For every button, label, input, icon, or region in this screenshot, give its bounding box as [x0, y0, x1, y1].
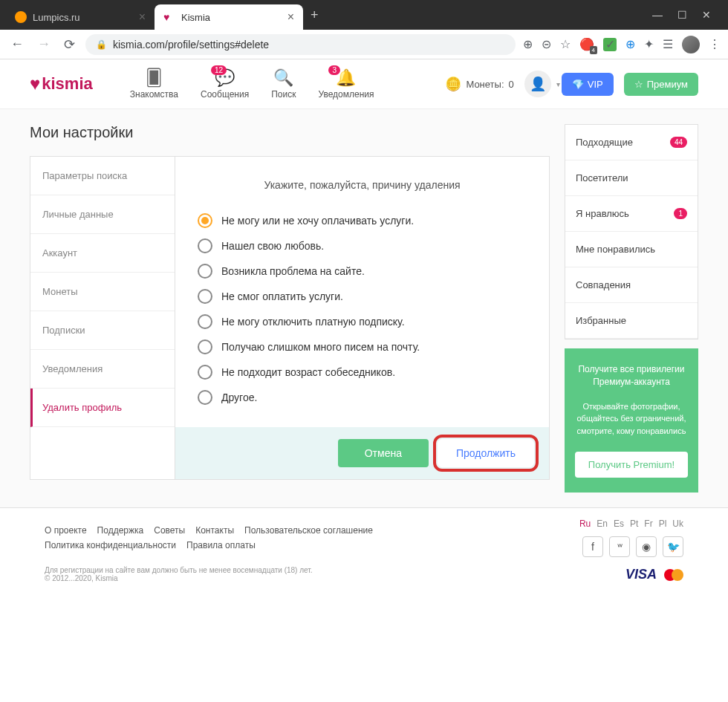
- lang-switch[interactable]: Pl: [659, 519, 667, 529]
- delete-reason-option[interactable]: Не могу или не хочу оплачивать услуги.: [198, 213, 527, 228]
- delete-reason-option[interactable]: Возникла проблема на сайте.: [198, 264, 527, 279]
- right-menu-i-liked[interactable]: Мне понравились: [565, 232, 698, 267]
- vk-icon[interactable]: ʷ: [609, 536, 630, 557]
- browser-tab[interactable]: Lumpics.ru ×: [6, 4, 155, 30]
- footer-link[interactable]: Советы: [154, 525, 185, 536]
- close-icon[interactable]: ×: [287, 10, 294, 24]
- right-menu-visitors[interactable]: Посетители: [565, 160, 698, 196]
- url-text: kismia.com/profile/settings#delete: [113, 39, 269, 51]
- cards-icon: 🂠: [146, 68, 163, 88]
- delete-reason-option[interactable]: Не могу отключить платную подписку.: [198, 314, 527, 329]
- radio-icon: [198, 390, 212, 405]
- tab-title: Kismia: [181, 12, 210, 23]
- footer-link[interactable]: Пользовательское соглашение: [244, 525, 373, 536]
- sidebar-item-search-params[interactable]: Параметры поиска: [30, 157, 175, 195]
- browser-tab-active[interactable]: ♥ Kismia ×: [155, 4, 303, 30]
- sidebar-item-subscriptions[interactable]: Подписки: [30, 311, 175, 350]
- radio-icon: [198, 289, 212, 304]
- radio-icon: [198, 365, 212, 380]
- facebook-icon[interactable]: f: [582, 536, 603, 557]
- footer-link[interactable]: Политика конфиденциальности: [45, 540, 176, 550]
- new-tab-button[interactable]: +: [303, 7, 326, 23]
- minimize-icon[interactable]: —: [652, 9, 663, 21]
- nav-notifications[interactable]: 3 🔔 Уведомления: [318, 68, 374, 100]
- delete-reason-option[interactable]: Не смог оплатить услуги.: [198, 289, 527, 304]
- lang-switch[interactable]: Uk: [672, 519, 683, 529]
- logo[interactable]: ♥ kismia: [30, 74, 93, 94]
- browser-tab-bar: Lumpics.ru × ♥ Kismia × + — ☐ ✕: [0, 0, 728, 30]
- instagram-icon[interactable]: ◉: [636, 536, 657, 557]
- coins-display[interactable]: 🪙 Монеты: 0: [445, 76, 513, 92]
- favicon-icon: ♥: [163, 11, 175, 23]
- reload-icon[interactable]: ⟳: [61, 33, 78, 56]
- sidebar-item-delete-profile[interactable]: Удалить профиль: [30, 389, 175, 427]
- right-menu-favorites[interactable]: Избранные: [565, 303, 698, 339]
- lang-switch[interactable]: Fr: [644, 519, 652, 529]
- twitter-icon[interactable]: 🐦: [663, 536, 683, 557]
- radio-icon: [198, 314, 212, 329]
- globe-icon[interactable]: ⊕: [625, 37, 635, 51]
- footer-link[interactable]: Правила оплаты: [186, 540, 256, 550]
- favicon-icon: [15, 11, 27, 23]
- close-icon[interactable]: ×: [139, 10, 146, 24]
- nav-dating[interactable]: 🂠 Знакомства: [130, 68, 178, 100]
- search-icon[interactable]: ⊝: [542, 37, 551, 51]
- puzzle-icon[interactable]: ✦: [644, 37, 654, 51]
- delete-reason-option[interactable]: Нашел свою любовь.: [198, 238, 527, 253]
- premium-promo: Получите все привилегии Премиум-аккаунта…: [565, 348, 698, 493]
- delete-reason-option[interactable]: Получаю слишком много писем на почту.: [198, 339, 527, 354]
- zoom-icon[interactable]: ⊕: [523, 37, 533, 51]
- copyright-text: © 2012...2020, Kismia: [45, 574, 313, 582]
- sidebar-item-account[interactable]: Аккаунт: [30, 234, 175, 273]
- disclaimer-text: Для регистрации на сайте вам должно быть…: [45, 566, 313, 574]
- search-icon: 🔍: [273, 68, 293, 88]
- heart-icon: ♥: [30, 74, 40, 94]
- vip-button[interactable]: 💎 VIP: [562, 73, 614, 96]
- maximize-icon[interactable]: ☐: [677, 9, 687, 21]
- url-bar: ← → ⟳ 🔒 kismia.com/profile/settings#dele…: [0, 30, 728, 59]
- footer-link[interactable]: Контакты: [195, 525, 234, 536]
- forward-icon[interactable]: →: [34, 33, 53, 55]
- back-icon[interactable]: ←: [7, 33, 27, 55]
- sidebar-item-notifications[interactable]: Уведомления: [30, 350, 175, 389]
- radio-icon: [198, 213, 212, 228]
- close-window-icon[interactable]: ✕: [702, 9, 711, 21]
- lang-switch[interactable]: Es: [614, 519, 624, 529]
- radio-icon: [198, 264, 212, 279]
- lang-switch[interactable]: En: [597, 519, 608, 529]
- continue-button[interactable]: Продолжить: [438, 439, 534, 467]
- footer-link[interactable]: О проекте: [45, 525, 87, 536]
- right-menu-matches[interactable]: Подходящие44: [565, 125, 698, 160]
- lock-icon: 🔒: [96, 39, 107, 50]
- tab-title: Lumpics.ru: [33, 12, 80, 23]
- right-menu-likes-me[interactable]: Я нравлюсь1: [565, 196, 698, 232]
- star-icon[interactable]: ☆: [560, 37, 571, 51]
- lang-switch[interactable]: Ru: [579, 519, 591, 529]
- reader-icon[interactable]: ☰: [663, 37, 673, 51]
- form-title: Укажите, пожалуйста, причину удаления: [198, 179, 527, 191]
- premium-button[interactable]: ☆ Премиум: [624, 73, 698, 96]
- site-header: ♥ kismia 🂠 Знакомства 12 💬 Сообщения 🔍 П…: [0, 59, 728, 109]
- settings-sidebar: Параметры поиска Личные данные Аккаунт М…: [30, 157, 175, 479]
- cancel-button[interactable]: Отмена: [338, 439, 429, 467]
- window-controls: — ☐ ✕: [641, 9, 722, 21]
- nav-messages[interactable]: 12 💬 Сообщения: [201, 68, 249, 100]
- delete-reason-option[interactable]: Другое.: [198, 390, 527, 405]
- extension-check-icon[interactable]: ✓: [603, 38, 617, 51]
- right-menu-mutual[interactable]: Совпадения: [565, 267, 698, 303]
- sidebar-item-personal[interactable]: Личные данные: [30, 195, 175, 234]
- url-input[interactable]: 🔒 kismia.com/profile/settings#delete: [85, 34, 516, 55]
- nav-search[interactable]: 🔍 Поиск: [271, 68, 296, 100]
- browser-profile-icon[interactable]: [682, 36, 700, 53]
- lang-switch[interactable]: Pt: [630, 519, 638, 529]
- get-premium-button[interactable]: Получить Premium!: [575, 452, 688, 478]
- sidebar-item-coins[interactable]: Монеты: [30, 273, 175, 311]
- profile-menu[interactable]: 👤: [524, 71, 551, 97]
- menu-icon[interactable]: ⋮: [709, 37, 721, 51]
- delete-reason-option[interactable]: Не подходит возраст собеседников.: [198, 365, 527, 380]
- radio-icon: [198, 238, 212, 253]
- footer-link[interactable]: Поддержка: [97, 525, 144, 536]
- extension-icon[interactable]: 🔴4: [579, 37, 594, 51]
- page-title: Мои настройки: [30, 124, 550, 141]
- coins-icon: 🪙: [445, 76, 461, 92]
